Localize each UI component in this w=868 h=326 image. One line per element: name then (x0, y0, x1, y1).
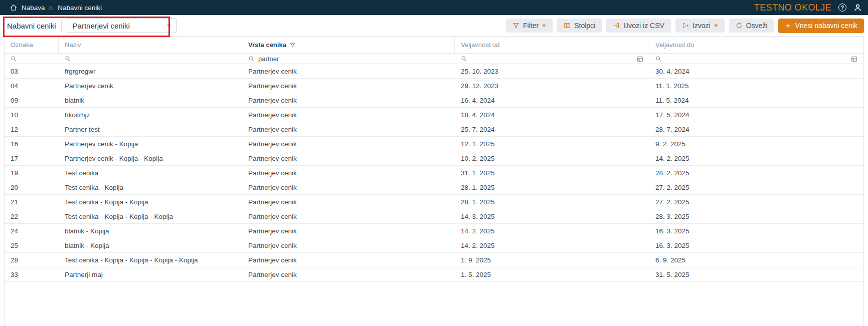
table-row[interactable]: 24 blatnik - Kopija Partnerjev cenik 14.… (5, 224, 863, 238)
cell-vrsta: Partnerjev cenik (242, 108, 455, 122)
user-icon[interactable] (853, 4, 862, 12)
column-header-naziv[interactable]: Naziv (59, 37, 242, 53)
cell-naziv: Partnerjev cenik (59, 79, 242, 93)
cell-vrsta: Partnerjev cenik (242, 93, 455, 107)
cell-veljavnost-do: 14. 2. 2025 (649, 151, 863, 165)
topbar-right-group: TESTNO OKOLJE ? (754, 3, 862, 13)
cell-naziv: blatnik - Kopija (59, 224, 242, 238)
filter-cell-oznaka[interactable] (5, 54, 59, 64)
table-row[interactable]: 33 Partnerji maj Partnerjev cenik 1. 5. … (5, 267, 863, 282)
calendar-icon[interactable] (851, 56, 857, 62)
cell-oznaka: 03 (5, 64, 59, 78)
cell-oznaka: 21 (5, 195, 59, 209)
cell-veljavnost-do: 30. 4. 2024 (649, 64, 863, 78)
refresh-icon (736, 22, 743, 29)
cell-veljavnost-od: 10. 2. 2025 (455, 151, 649, 165)
cell-naziv: Test cenika - Kopija - Kopija (59, 195, 242, 209)
table-row[interactable]: 20 Test cenika - Kopija Partnerjev cenik… (5, 180, 863, 195)
import-csv-button[interactable]: Uvozi iz CSV (606, 19, 671, 33)
pricelist-type-dropdown[interactable]: Partnerjevi ceniki (67, 18, 177, 33)
cell-oznaka: 20 (5, 180, 59, 194)
cell-oznaka: 16 (5, 137, 59, 151)
table-row[interactable]: 17 Partnerjev cenik - Kopija - Kopija Pa… (5, 151, 863, 166)
cell-vrsta: Partnerjev cenik (242, 79, 455, 93)
cell-veljavnost-od: 12. 1. 2025 (455, 137, 649, 151)
column-header-vrsta-cenika[interactable]: Vrsta cenika (242, 37, 455, 53)
cell-naziv: Test cenika - Kopija - Kopija - Kopija -… (59, 253, 242, 267)
filter-cell-naziv[interactable] (59, 54, 242, 64)
cell-vrsta: Partnerjev cenik (242, 267, 455, 281)
table-row[interactable]: 12 Partner test Partnerjev cenik 25. 7. … (5, 122, 863, 137)
cell-veljavnost-do: 11. 1. 2025 (649, 79, 863, 93)
filter-cell-veljavnost-od[interactable] (455, 54, 649, 64)
cell-veljavnost-do: 27. 2. 2025 (649, 195, 863, 209)
cell-veljavnost-do: 11. 5. 2024 (649, 93, 863, 107)
chevron-down-icon (542, 25, 546, 27)
table-row[interactable]: 22 Test cenika - Kopija - Kopija - Kopij… (5, 209, 863, 224)
cell-veljavnost-od: 14. 2. 2025 (455, 224, 649, 238)
breadcrumb-item-nabava[interactable]: Nabava (22, 4, 45, 12)
cell-veljavnost-do: 6. 9. 2025 (649, 253, 863, 267)
cell-vrsta: Partnerjev cenik (242, 166, 455, 180)
cell-oznaka: 09 (5, 93, 59, 107)
table-row[interactable]: 04 Partnerjev cenik Partnerjev cenik 29.… (5, 79, 863, 93)
cell-veljavnost-od: 25. 10. 2023 (455, 64, 649, 78)
divider (61, 20, 62, 31)
table-row[interactable]: 10 hkoitrhjz Partnerjev cenik 18. 4. 202… (5, 108, 863, 122)
columns-icon (564, 22, 571, 29)
cell-vrsta: Partnerjev cenik (242, 209, 455, 223)
table-row[interactable]: 28 Test cenika - Kopija - Kopija - Kopij… (5, 253, 863, 267)
cell-veljavnost-do: 28. 2. 2025 (649, 166, 863, 180)
cell-oznaka: 25 (5, 238, 59, 252)
cell-oznaka: 24 (5, 224, 59, 238)
cell-veljavnost-od: 1. 9. 2025 (455, 253, 649, 267)
filter-cell-vrsta-cenika[interactable]: partner (242, 54, 455, 64)
cell-veljavnost-od: 14. 2. 2025 (455, 238, 649, 252)
cell-naziv: Partnerji maj (59, 267, 242, 281)
table-row[interactable]: 09 blatnik Partnerjev cenik 16. 4. 2024 … (5, 93, 863, 108)
table-row[interactable]: 03 frgrgregwr Partnerjev cenik 25. 10. 2… (5, 64, 863, 79)
breadcrumb-item-nabavni-ceniki[interactable]: Nabavni ceniki (58, 4, 102, 12)
cell-oznaka: 04 (5, 79, 59, 93)
table-row[interactable]: 19 Test cenika Partnerjev cenik 31. 1. 2… (5, 166, 863, 180)
add-pricelist-button[interactable]: Vnesi nabavni cenik (778, 19, 864, 33)
table-row[interactable]: 25 blatnik - Kopija Partnerjev cenik 14.… (5, 238, 863, 253)
cell-naziv: Test cenika - Kopija - Kopija - Kopija (59, 209, 242, 223)
grid-header-row: Oznaka Naziv Vrsta cenika Veljavnost od … (5, 37, 863, 54)
pricelist-selector-group: Nabavni ceniki Partnerjevi ceniki (7, 18, 177, 33)
cell-oznaka: 10 (5, 108, 59, 122)
cell-veljavnost-do: 28. 3. 2025 (649, 209, 863, 223)
pricelist-type-dropdown-value: Partnerjevi ceniki (73, 22, 130, 30)
cell-naziv: Partner test (59, 122, 242, 136)
search-icon (11, 56, 17, 62)
export-icon (682, 22, 689, 29)
cell-vrsta: Partnerjev cenik (242, 151, 455, 165)
header-filter-funnel-icon[interactable] (290, 42, 295, 48)
table-row[interactable]: 21 Test cenika - Kopija - Kopija Partner… (5, 195, 863, 209)
columns-button[interactable]: Stolpci (557, 19, 602, 33)
filter-value-vrsta-cenika[interactable]: partner (258, 55, 279, 63)
search-icon (655, 56, 661, 62)
help-icon[interactable]: ? (838, 4, 846, 12)
calendar-icon[interactable] (637, 56, 643, 62)
cell-veljavnost-od: 29. 12. 2023 (455, 79, 649, 93)
table-row[interactable]: 16 Partnerjev cenik - Kopija Partnerjev … (5, 137, 863, 151)
column-header-oznaka[interactable]: Oznaka (5, 37, 59, 53)
cell-veljavnost-do: 16. 3. 2025 (649, 238, 863, 252)
breadcrumb: Nabava ▷ Nabavni ceniki (10, 4, 102, 12)
cell-oznaka: 19 (5, 166, 59, 180)
filter-button[interactable]: Filter (506, 19, 553, 33)
search-icon (248, 56, 254, 62)
cell-veljavnost-do: 16. 3. 2025 (649, 224, 863, 238)
filter-cell-veljavnost-do[interactable] (649, 54, 863, 64)
home-icon[interactable] (10, 4, 17, 11)
export-button[interactable]: Izvozi (675, 19, 725, 33)
breadcrumb-separator-icon: ▷ (50, 5, 54, 11)
top-navigation-bar: Nabava ▷ Nabavni ceniki TESTNO OKOLJE ? (0, 0, 868, 15)
cell-veljavnost-od: 18. 4. 2024 (455, 108, 649, 122)
column-header-veljavnost-do[interactable]: Veljavnost do (649, 37, 863, 53)
chevron-down-icon (714, 25, 718, 27)
chevron-down-icon (167, 25, 171, 27)
refresh-button[interactable]: Osveži (729, 19, 774, 33)
column-header-veljavnost-od[interactable]: Veljavnost od (455, 37, 649, 53)
